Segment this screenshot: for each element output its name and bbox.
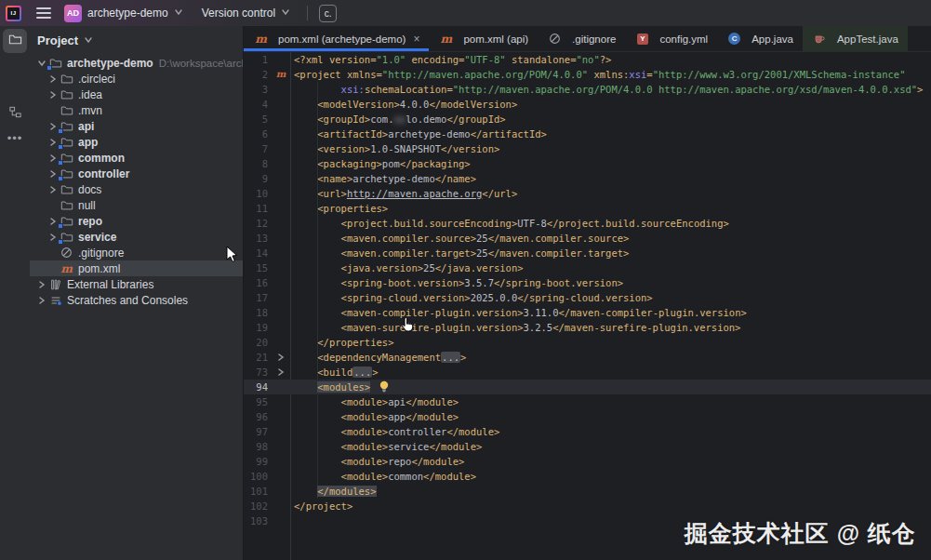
tree-item-label: docs	[78, 183, 101, 196]
project-panel: Project archetype-demoD:\workspace\arche…	[30, 26, 244, 560]
panel-header-label: Project	[37, 33, 78, 47]
module-badge-icon	[58, 239, 63, 245]
folded-region[interactable]: ...	[352, 367, 372, 378]
code-text: <version>1.0-SNAPSHOT</version>	[290, 141, 499, 156]
gutter-space	[272, 394, 290, 409]
more-tool-windows-button[interactable]: •••	[3, 126, 27, 150]
module-folder-icon	[59, 215, 74, 228]
folder-icon	[59, 73, 74, 86]
code-editor[interactable]: 1<?xml version="1.0" encoding="UTF-8" st…	[244, 52, 931, 560]
chevron-icon	[35, 296, 47, 305]
tree-item-null[interactable]: null	[30, 197, 243, 213]
close-icon[interactable]: ×	[413, 33, 419, 46]
watermark-text: 掘金技术社区 @ 纸仓	[685, 518, 916, 549]
line-number: 98	[244, 439, 272, 454]
gutter-space	[272, 216, 290, 231]
code-line-98: 98 <module>service</module>	[244, 439, 931, 454]
maven-gutter-icon: m	[272, 67, 290, 82]
line-number: 18	[244, 305, 272, 320]
line-number: 17	[244, 290, 272, 305]
tree-item-scratches-and-consoles[interactable]: Scratches and Consoles	[30, 292, 243, 308]
line-number: 19	[244, 320, 272, 335]
tree-item-label: common	[78, 152, 125, 165]
gutter-space	[272, 305, 290, 320]
tab-label: pom.xml (archetype-demo)	[278, 33, 406, 45]
code-line-8: 8 <packaging>pom</packaging>	[244, 156, 931, 171]
folder-icon	[59, 199, 74, 212]
fold-arrow-icon[interactable]	[272, 350, 290, 365]
line-number: 6	[244, 127, 272, 141]
gutter-space	[272, 52, 290, 67]
tree-item-archetype-demo[interactable]: archetype-demoD:\workspace\archetype-de	[30, 55, 243, 71]
tree-item-external-libraries[interactable]: External Libraries	[30, 276, 243, 292]
tab-app-java[interactable]: CApp.java	[717, 26, 803, 51]
code-line-96: 96 <module>app</module>	[244, 409, 931, 424]
line-number: 14	[244, 246, 272, 260]
project-widget[interactable]: AD archetype-demo	[59, 2, 189, 25]
code-text: <spring-cloud.version>2025.0.0</spring-c…	[290, 290, 653, 305]
code-text: <module>app</module>	[290, 409, 459, 424]
intellij-logo-icon[interactable]: IJ	[6, 6, 21, 21]
code-lines: 1<?xml version="1.0" encoding="UTF-8" st…	[244, 52, 931, 528]
tree-item-repo[interactable]: repo	[30, 213, 243, 229]
module-badge-icon	[58, 223, 63, 229]
yaml-icon: Y	[634, 33, 650, 45]
chevron-down-icon	[174, 7, 183, 20]
tree-item-mvn[interactable]: .mvn	[30, 102, 243, 118]
tree-item-circleci[interactable]: .circleci	[30, 71, 243, 87]
capture-badge-icon[interactable]: c.	[319, 5, 337, 22]
project-panel-header[interactable]: Project	[30, 26, 243, 54]
structure-tool-button[interactable]	[3, 101, 27, 126]
line-number: 4	[244, 97, 272, 112]
tree-item-label: .gitignore	[78, 247, 124, 260]
libraries-icon	[47, 278, 63, 291]
code-line-97: 97 <module>controller</module>	[244, 424, 931, 439]
fold-arrow-icon[interactable]	[272, 365, 290, 380]
java-class-icon: C	[726, 33, 742, 45]
line-number: 95	[244, 394, 272, 409]
tree-item-label: app	[78, 136, 98, 149]
line-number: 3	[244, 82, 272, 97]
code-line-10: 10 <url>http://maven.apache.org</url>	[244, 186, 931, 201]
gutter-space	[272, 499, 290, 513]
tree-item-common[interactable]: common	[30, 150, 243, 166]
tree-item-controller[interactable]: controller	[30, 166, 243, 181]
tree-item-label: controller	[78, 167, 129, 180]
tab-pom-xml-api[interactable]: mpom.xml (api)	[429, 26, 538, 51]
tree-item-service[interactable]: service	[30, 229, 243, 245]
tab-config-yml[interactable]: Yconfig.yml	[625, 26, 717, 51]
code-text: </project>	[290, 499, 352, 513]
gutter-space	[272, 201, 290, 216]
tree-item-api[interactable]: api	[30, 118, 243, 134]
tab-pom-xml-archetype-demo[interactable]: mpom.xml (archetype-demo)×	[244, 26, 429, 51]
project-widget-label: archetype-demo	[87, 7, 168, 20]
tab-apptest-java[interactable]: AppTest.java	[803, 26, 908, 51]
maven-icon: m	[253, 33, 269, 45]
code-text	[290, 513, 294, 528]
tab-label: App.java	[751, 33, 793, 45]
line-number: 5	[244, 112, 272, 127]
tree-item-label: .mvn	[78, 104, 102, 117]
folded-region[interactable]: ...	[441, 352, 460, 363]
main-menu-icon[interactable]	[36, 7, 51, 19]
code-text: <module>common</module>	[290, 469, 476, 484]
chevron-icon	[47, 90, 59, 100]
folder-icon	[8, 33, 22, 50]
tree-item-pom-xml[interactable]: mpom.xml	[30, 260, 243, 276]
tree-item-label: .idea	[78, 88, 102, 101]
project-tool-button[interactable]	[3, 29, 27, 53]
tree-item-app[interactable]: app	[30, 134, 243, 150]
tree-item-docs[interactable]: docs	[30, 181, 243, 197]
line-number: 102	[244, 499, 272, 513]
tree-item-idea[interactable]: .idea	[30, 87, 243, 102]
tree-item-label: Scratches and Consoles	[67, 294, 188, 307]
tab-label: config.yml	[659, 33, 708, 45]
module-folder-icon	[59, 136, 74, 149]
tab-gitignore[interactable]: .gitignore	[538, 26, 625, 51]
gutter-space	[272, 186, 290, 201]
tree-item-gitignore[interactable]: .gitignore	[30, 245, 243, 260]
code-line-20: 20 </properties>	[244, 335, 931, 350]
version-control-widget[interactable]: Version control	[196, 4, 296, 22]
folder-icon	[59, 88, 74, 101]
gutter-space	[272, 127, 290, 141]
